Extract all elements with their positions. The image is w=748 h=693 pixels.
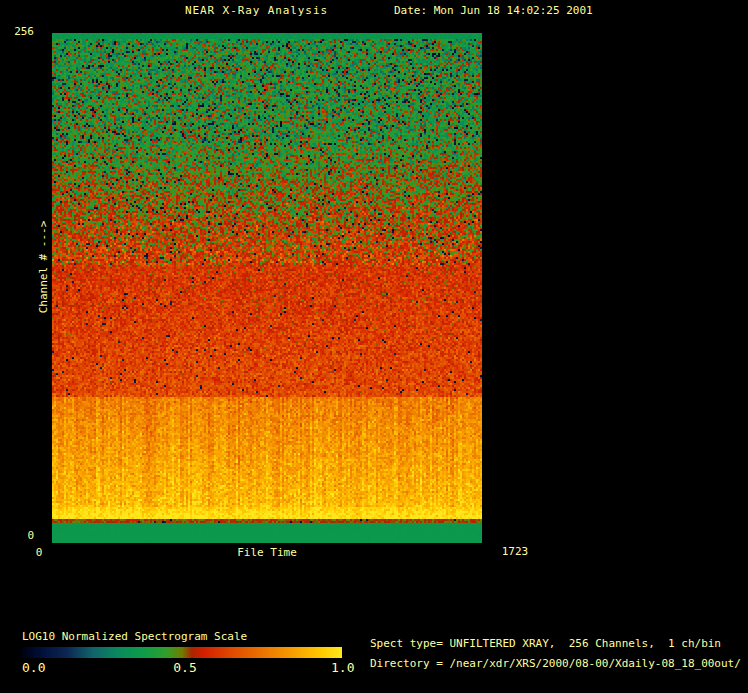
colorbar-tick-mid: 0.5 xyxy=(168,661,202,675)
spectrogram-image xyxy=(52,33,482,543)
x-axis-label: File Time xyxy=(207,546,327,560)
date-label: Date: Mon Jun 18 14:02:25 2001 xyxy=(394,4,593,18)
near-xray-analysis-window: NEAR X-Ray Analysis Date: Mon Jun 18 14:… xyxy=(0,0,748,693)
directory-line: Directory = /near/xdr/XRS/2000/08-00/Xda… xyxy=(370,657,741,671)
spect-type-line: Spect type= UNFILTERED XRAY, 256 Channel… xyxy=(370,637,721,651)
page-title: NEAR X-Ray Analysis xyxy=(185,4,328,18)
y-axis-label: Channel # ---> xyxy=(37,167,51,367)
x-axis-tick-max: 1723 xyxy=(489,545,541,559)
colorbar-tick-min: 0.0 xyxy=(22,661,45,675)
y-axis-tick-max: 256 xyxy=(8,25,34,39)
colorbar-title: LOG10 Normalized Spectrogram Scale xyxy=(22,630,247,644)
x-axis-tick-min: 0 xyxy=(33,546,45,560)
y-axis-tick-min: 0 xyxy=(8,529,34,543)
colorbar xyxy=(22,647,342,658)
colorbar-tick-max: 1.0 xyxy=(331,661,354,675)
